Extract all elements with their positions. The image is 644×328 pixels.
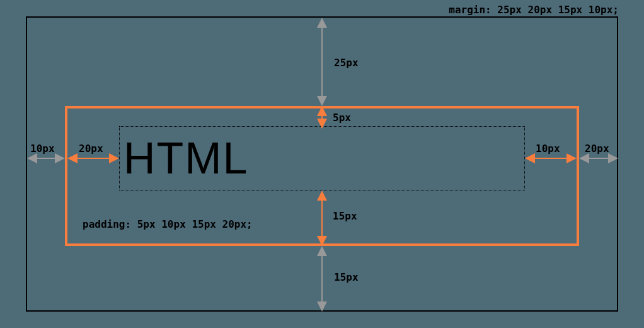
label-padding-bottom: 15px bbox=[333, 210, 357, 222]
content-box: HTML bbox=[119, 126, 525, 190]
arrow-padding-bottom bbox=[316, 190, 328, 246]
label-margin-bottom: 15px bbox=[334, 271, 359, 283]
margin-declaration: margin: 25px 20px 15px 10px; bbox=[449, 4, 619, 16]
arrow-margin-top bbox=[316, 18, 328, 106]
label-margin-left: 10px bbox=[30, 143, 55, 155]
arrow-margin-bottom bbox=[316, 246, 328, 312]
padding-declaration: padding: 5px 10px 15px 20px; bbox=[83, 218, 253, 230]
label-padding-top: 5px bbox=[333, 112, 351, 124]
label-margin-right: 20px bbox=[585, 143, 609, 155]
label-padding-right: 10px bbox=[536, 143, 560, 155]
arrow-padding-top bbox=[316, 107, 328, 127]
label-margin-top: 25px bbox=[334, 57, 359, 69]
content-text: HTML bbox=[124, 133, 249, 184]
label-padding-left: 20px bbox=[79, 143, 103, 155]
